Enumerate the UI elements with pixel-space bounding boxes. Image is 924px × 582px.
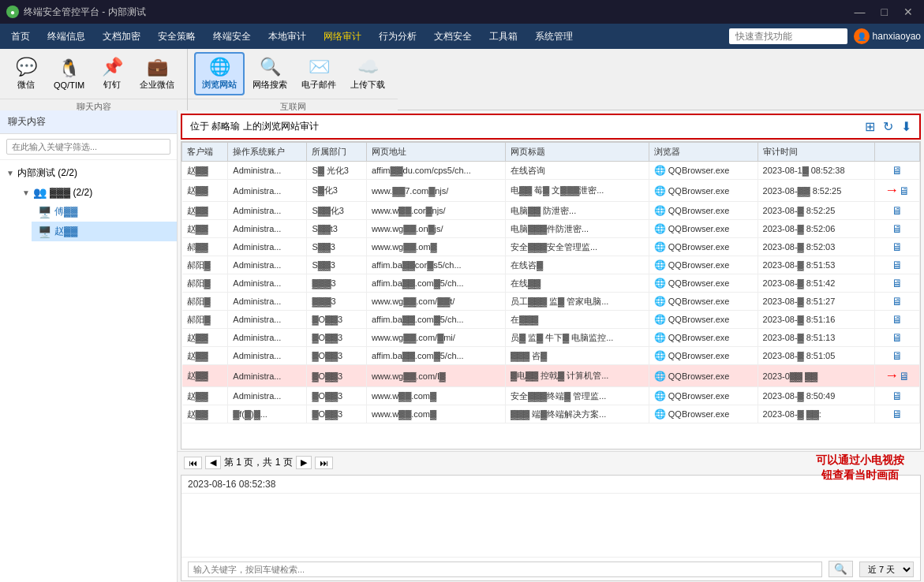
cell-browser: 🌐 QQBrowser.exe	[649, 405, 758, 423]
cell-time: 2023-08-▓ 8:51:13	[758, 329, 874, 347]
toolbar-btn-upload-download[interactable]: ☁️ 上传下载	[344, 54, 391, 94]
menu-doc-security[interactable]: 文档安全	[426, 27, 480, 47]
monitor-button[interactable]: 🖥	[892, 204, 903, 217]
cell-title: 在线咨▓	[505, 256, 649, 274]
minimize-button[interactable]: —	[850, 6, 870, 18]
first-page-button[interactable]: ⏮	[184, 457, 202, 469]
col-time: 审计时间	[758, 143, 874, 162]
menu-doc-encrypt[interactable]: 文档加密	[95, 27, 148, 47]
monitor-button[interactable]: 🖥	[892, 313, 903, 326]
bottom-search-button[interactable]: 🔍	[829, 561, 853, 577]
monitor-button[interactable]: 🖥	[892, 241, 903, 253]
monitor-button[interactable]: 🖥	[892, 164, 903, 177]
title-bar: ● 终端安全管控平台 - 内部测试 — □ ✕	[0, 0, 924, 24]
username: hanxiaoyao	[873, 31, 921, 42]
cell-time: 2023-08-▓ 8:51:27	[758, 293, 874, 311]
cell-time: 2023-08-▓ ▓▓:	[758, 405, 874, 423]
cell-dept: ▓O▓▓3	[307, 347, 366, 365]
monitor-button[interactable]: 🖥	[892, 390, 903, 402]
internet-buttons: 🌐 浏览网站 🔍 网络搜索 ✉️ 电子邮件 ☁️ 上传下载	[188, 49, 398, 99]
last-page-button[interactable]: ⏭	[315, 457, 333, 469]
tree-item-user-zhao[interactable]: 🖥️ 赵▓▓	[32, 222, 177, 241]
download-button[interactable]: ⬇	[901, 119, 911, 134]
monitor-button[interactable]: 🖥	[892, 408, 903, 420]
monitor-button[interactable]: 🖥	[892, 259, 903, 271]
tree-item-group[interactable]: ▼ 👥 ▓▓▓ (2/2)	[16, 183, 177, 202]
close-button[interactable]: ✕	[899, 6, 918, 18]
toolbar-btn-wechat[interactable]: 💬 微信	[6, 54, 46, 94]
browser-icon: 🌐	[654, 371, 666, 382]
col-client: 客户端	[182, 143, 228, 162]
sidebar-tree: ▼ 内部测试 (2/2) ▼ 👥 ▓▓▓ (2/2) 🖥️ 傅▓▓ 🖥️	[0, 160, 177, 582]
toolbar-btn-web-search[interactable]: 🔍 网络搜索	[246, 54, 294, 94]
menu-system-mgmt[interactable]: 系统管理	[527, 27, 581, 47]
menu-security-policy[interactable]: 安全策略	[150, 27, 204, 47]
browser-icon: 🌐	[654, 259, 666, 270]
toolbar-btn-browse-web[interactable]: 🌐 浏览网站	[194, 52, 245, 95]
page-info: 第 1 页，共 1 页	[224, 456, 293, 469]
toolbar-btn-email[interactable]: ✉️ 电子邮件	[295, 54, 342, 94]
cell-client: 郝阳▓	[182, 293, 228, 311]
cell-action: 🖥	[874, 293, 919, 311]
table-row: 赵▓▓ Administra... ▓O▓▓3 affim.ba▓▓.com▓5…	[182, 347, 920, 365]
next-page-button[interactable]: ▶	[296, 456, 312, 469]
menu-behavior-analysis[interactable]: 行为分析	[371, 27, 425, 47]
toolbar: 💬 微信 🐧 QQ/TIM 📌 钉钉 💼 企业微信 聊天内容	[0, 49, 924, 110]
monitor-button[interactable]: 🖥	[892, 277, 903, 289]
toolbar-btn-dingding[interactable]: 📌 钉钉	[92, 54, 132, 94]
table-view-button[interactable]: ⊞	[865, 119, 875, 134]
cell-client: 赵▓▓	[182, 387, 228, 405]
menu-toolbox[interactable]: 工具箱	[481, 27, 526, 47]
cell-time: 2023-08-▓ 8:51:05	[758, 347, 874, 365]
bottom-search-input[interactable]	[188, 561, 822, 577]
cell-url: www.▓▓7.com▓njs/	[366, 180, 505, 202]
date-select[interactable]: 近 7 天	[859, 561, 914, 577]
table-row: 郝阳▓ Administra... ▓O▓▓3 affim.ba▓▓.com▓5…	[182, 311, 920, 329]
monitor-button[interactable]: 🖥	[892, 295, 903, 308]
cell-dept: S▓▓3	[307, 256, 366, 274]
menu-network-audit[interactable]: 网络审计	[316, 27, 369, 47]
browser-icon: 🌐	[654, 314, 666, 325]
maximize-button[interactable]: □	[877, 6, 892, 18]
cell-os-user: Administra...	[228, 329, 307, 347]
cell-client: 郝阳▓	[182, 256, 228, 274]
menu-terminal-security[interactable]: 终端安全	[205, 27, 259, 47]
chat-buttons: 💬 微信 🐧 QQ/TIM 📌 钉钉 💼 企业微信	[0, 49, 187, 99]
monitor-button[interactable]: 🖥	[892, 222, 903, 235]
menu-local-audit[interactable]: 本地审计	[260, 27, 314, 47]
cell-browser: 🌐 QQBrowser.exe	[649, 365, 758, 387]
tree-sub: ▼ 👥 ▓▓▓ (2/2) 🖥️ 傅▓▓ 🖥️ 赵▓▓	[0, 183, 177, 241]
tree-item-org[interactable]: ▼ 内部测试 (2/2)	[0, 163, 177, 183]
tree-item-user-fu[interactable]: 🖥️ 傅▓▓	[32, 202, 177, 222]
table-scroll[interactable]: 客户端 操作系统账户 所属部门 网页地址 网页标题 浏览器 审计时间 赵▓▓ A…	[181, 142, 920, 449]
sidebar: 聊天内容 ▼ 内部测试 (2/2) ▼ 👥 ▓▓▓ (2/2) 🖥️ 傅▓▓	[0, 110, 178, 582]
cell-client: 赵▓▓	[182, 405, 228, 423]
menu-home[interactable]: 首页	[3, 27, 38, 47]
monitor-button[interactable]: 🖥	[899, 370, 910, 382]
global-search-input[interactable]	[729, 28, 847, 44]
cell-time: 2023-08-▓ 8:51:16	[758, 311, 874, 329]
menu-bar: 首页 终端信息 文档加密 安全策略 终端安全 本地审计 网络审计 行为分析 文档…	[0, 24, 924, 49]
refresh-button[interactable]: ↻	[883, 119, 893, 134]
col-url: 网页地址	[366, 143, 505, 162]
cell-action: →🖥	[874, 365, 919, 387]
sidebar-title: 聊天内容	[0, 110, 177, 134]
cell-action: 🖥	[874, 162, 919, 180]
cell-browser: 🌐 QQBrowser.exe	[649, 293, 758, 311]
monitor-button[interactable]: 🖥	[892, 331, 903, 344]
cell-browser: 🌐 QQBrowser.exe	[649, 238, 758, 256]
toolbar-btn-qq[interactable]: 🐧 QQ/TIM	[47, 55, 91, 93]
cell-url: www.wg▓▓.com/▓mi/	[366, 329, 505, 347]
menu-terminal-info[interactable]: 终端信息	[39, 27, 93, 47]
cell-time: 2023-08-▓ 8:51:42	[758, 274, 874, 293]
table-row: 赵▓▓ Administra... S▓化3 www.▓▓7.com▓njs/ …	[182, 180, 920, 202]
table-row: 赵▓▓ Administra... ▓O▓▓3 www.wg▓▓.com/▓mi…	[182, 329, 920, 347]
cell-url: affim.ba▓▓.com▓5/ch...	[366, 311, 505, 329]
prev-page-button[interactable]: ◀	[205, 456, 221, 469]
sidebar-search-input[interactable]	[6, 139, 170, 155]
monitor-button[interactable]: 🖥	[899, 185, 910, 197]
toolbar-btn-enterprise-wechat[interactable]: 💼 企业微信	[133, 54, 181, 94]
monitor-button[interactable]: 🖥	[892, 349, 903, 362]
cell-url: affim.ba▓▓cor▓s5/ch...	[366, 256, 505, 274]
cell-action: 🖥	[874, 256, 919, 274]
